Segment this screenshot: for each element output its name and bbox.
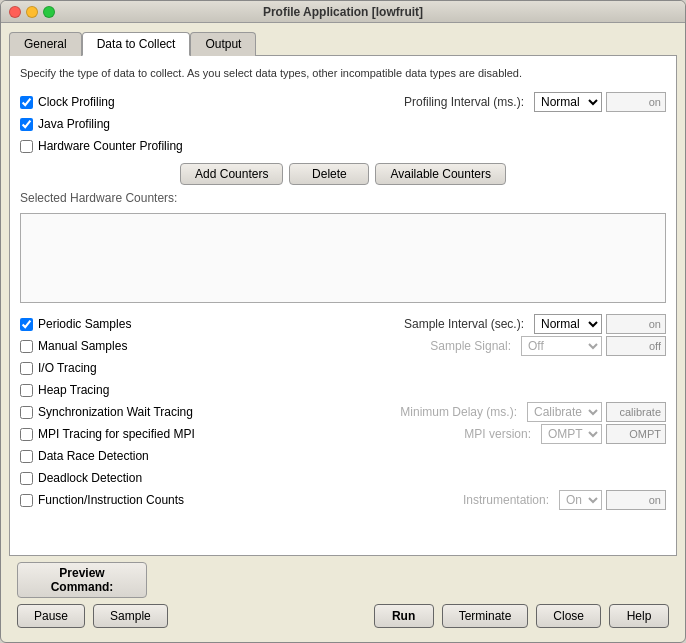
minimize-traffic-light[interactable] (26, 6, 38, 18)
min-delay-select[interactable]: Calibrate None Custom (527, 402, 602, 422)
deadlock-checkbox[interactable] (20, 472, 33, 485)
sample-signal-label: Sample Signal: (430, 339, 511, 353)
heap-tracing-row: Heap Tracing (20, 379, 666, 401)
delete-button[interactable]: Delete (289, 163, 369, 185)
mpi-version-label: MPI version: (464, 427, 531, 441)
data-race-label[interactable]: Data Race Detection (20, 449, 149, 463)
clock-profiling-checkbox-label[interactable]: Clock Profiling (20, 95, 115, 109)
hardware-counter-row: Hardware Counter Profiling (20, 135, 666, 157)
main-panel: Specify the type of data to collect. As … (9, 55, 677, 556)
function-counts-label[interactable]: Function/Instruction Counts (20, 493, 184, 507)
function-counts-left: Function/Instruction Counts (20, 493, 220, 507)
mpi-tracing-checkbox[interactable] (20, 428, 33, 441)
tab-general[interactable]: General (9, 32, 82, 56)
mpi-tracing-label[interactable]: MPI Tracing for specified MPI (20, 427, 195, 441)
close-button[interactable]: Close (536, 604, 601, 628)
heap-tracing-label[interactable]: Heap Tracing (20, 383, 109, 397)
periodic-samples-checkbox[interactable] (20, 318, 33, 331)
run-button[interactable]: Run (374, 604, 434, 628)
action-buttons-row: Pause Sample Run Terminate Close Help (17, 604, 669, 628)
left-action-buttons: Pause Sample (17, 604, 366, 628)
mpi-version-controls: MPI version: OMPT MPI-2 MPI-3 (226, 424, 666, 444)
preview-command-row: Preview Command: (17, 562, 669, 598)
maximize-traffic-light[interactable] (43, 6, 55, 18)
min-delay-label: Minimum Delay (ms.): (400, 405, 517, 419)
clock-profiling-left: Clock Profiling (20, 95, 220, 109)
content-area: General Data to Collect Output Specify t… (1, 23, 685, 642)
counter-buttons-row: Add Counters Delete Available Counters (20, 163, 666, 185)
tab-output[interactable]: Output (190, 32, 256, 56)
instrumentation-controls: Instrumentation: On Off (226, 490, 666, 510)
available-counters-button[interactable]: Available Counters (375, 163, 506, 185)
hardware-counters-section: Selected Hardware Counters: (20, 191, 666, 307)
instrumentation-select[interactable]: On Off (559, 490, 602, 510)
profiling-interval-input[interactable] (606, 92, 666, 112)
sample-interval-controls: Sample Interval (sec.): Normal Fast Slow… (226, 314, 666, 334)
titlebar: Profile Application [lowfruit] (1, 1, 685, 23)
data-race-checkbox[interactable] (20, 450, 33, 463)
instrumentation-label: Instrumentation: (463, 493, 549, 507)
profiling-interval-controls: Profiling Interval (ms.): Normal Fast Sl… (226, 92, 666, 112)
sample-interval-label: Sample Interval (sec.): (404, 317, 524, 331)
add-counters-button[interactable]: Add Counters (180, 163, 283, 185)
deadlock-row: Deadlock Detection (20, 467, 666, 489)
bottom-bar: Preview Command: Pause Sample Run Termin… (9, 556, 677, 634)
sync-wait-checkbox[interactable] (20, 406, 33, 419)
hardware-counter-checkbox-label[interactable]: Hardware Counter Profiling (20, 139, 183, 153)
sample-signal-select[interactable]: Off SIGPROF SIGALRM (521, 336, 602, 356)
io-tracing-checkbox[interactable] (20, 362, 33, 375)
java-profiling-checkbox-label[interactable]: Java Profiling (20, 117, 110, 131)
profiling-interval-select[interactable]: Normal Fast Slow Custom (534, 92, 602, 112)
manual-samples-checkbox[interactable] (20, 340, 33, 353)
periodic-samples-row: Periodic Samples Sample Interval (sec.):… (20, 313, 666, 335)
profiling-interval-label: Profiling Interval (ms.): (404, 95, 524, 109)
terminate-button[interactable]: Terminate (442, 604, 529, 628)
mpi-version-input[interactable] (606, 424, 666, 444)
tab-data-to-collect[interactable]: Data to Collect (82, 32, 191, 56)
sample-interval-input[interactable] (606, 314, 666, 334)
instrumentation-input[interactable] (606, 490, 666, 510)
manual-samples-label[interactable]: Manual Samples (20, 339, 127, 353)
main-window: Profile Application [lowfruit] General D… (0, 0, 686, 643)
sample-interval-select[interactable]: Normal Fast Slow Custom (534, 314, 602, 334)
help-button[interactable]: Help (609, 604, 669, 628)
counter-list-label: Selected Hardware Counters: (20, 191, 666, 205)
heap-tracing-checkbox[interactable] (20, 384, 33, 397)
manual-samples-left: Manual Samples (20, 339, 220, 353)
io-tracing-row: I/O Tracing (20, 357, 666, 379)
java-profiling-row: Java Profiling (20, 113, 666, 135)
clock-profiling-checkbox[interactable] (20, 96, 33, 109)
pause-button[interactable]: Pause (17, 604, 85, 628)
sync-wait-label[interactable]: Synchronization Wait Tracing (20, 405, 193, 419)
mpi-tracing-left: MPI Tracing for specified MPI (20, 427, 220, 441)
sample-signal-input[interactable] (606, 336, 666, 356)
manual-samples-row: Manual Samples Sample Signal: Off SIGPRO… (20, 335, 666, 357)
preview-command-button[interactable]: Preview Command: (17, 562, 147, 598)
sync-wait-row: Synchronization Wait Tracing Minimum Del… (20, 401, 666, 423)
min-delay-controls: Minimum Delay (ms.): Calibrate None Cust… (226, 402, 666, 422)
window-title: Profile Application [lowfruit] (263, 5, 423, 19)
function-counts-row: Function/Instruction Counts Instrumentat… (20, 489, 666, 511)
sample-signal-controls: Sample Signal: Off SIGPROF SIGALRM (226, 336, 666, 356)
periodic-samples-left: Periodic Samples (20, 317, 220, 331)
close-traffic-light[interactable] (9, 6, 21, 18)
data-race-row: Data Race Detection (20, 445, 666, 467)
java-profiling-checkbox[interactable] (20, 118, 33, 131)
counter-list-box (20, 213, 666, 303)
traffic-lights (9, 6, 55, 18)
mpi-tracing-row: MPI Tracing for specified MPI MPI versio… (20, 423, 666, 445)
java-profiling-left: Java Profiling (20, 117, 220, 131)
min-delay-input[interactable] (606, 402, 666, 422)
sync-wait-left: Synchronization Wait Tracing (20, 405, 220, 419)
deadlock-label[interactable]: Deadlock Detection (20, 471, 142, 485)
hardware-counter-checkbox[interactable] (20, 140, 33, 153)
function-counts-checkbox[interactable] (20, 494, 33, 507)
clock-profiling-row: Clock Profiling Profiling Interval (ms.)… (20, 91, 666, 113)
periodic-samples-label[interactable]: Periodic Samples (20, 317, 131, 331)
io-tracing-label[interactable]: I/O Tracing (20, 361, 97, 375)
panel-description: Specify the type of data to collect. As … (20, 66, 666, 81)
mpi-version-select[interactable]: OMPT MPI-2 MPI-3 (541, 424, 602, 444)
tab-bar: General Data to Collect Output (9, 31, 677, 55)
sample-button[interactable]: Sample (93, 604, 168, 628)
